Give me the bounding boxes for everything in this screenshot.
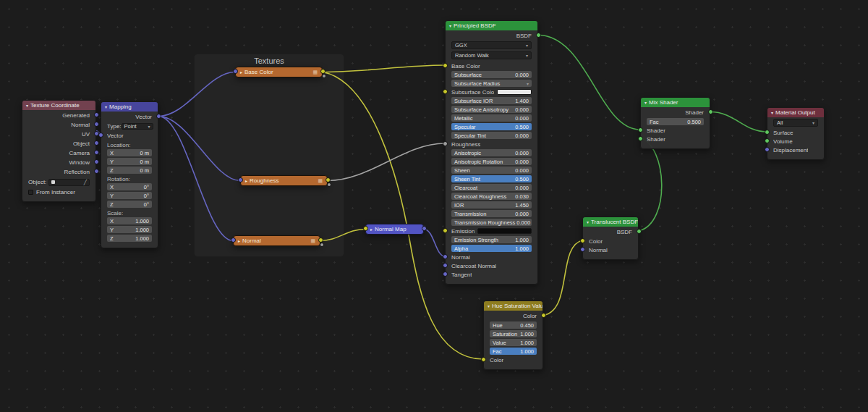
- socket-color-out[interactable]: [320, 69, 326, 74]
- node-header[interactable]: Hue Saturation Value: [484, 301, 542, 311]
- node-editor-canvas[interactable]: { "canvas": { "width": 1200, "height": 5…: [0, 0, 868, 412]
- expand-icon[interactable]: [245, 177, 247, 184]
- socket-alpha-out[interactable]: [327, 182, 331, 187]
- slider-saturation[interactable]: Saturation1.000: [490, 330, 537, 337]
- socket-clearcoat-normal-in[interactable]: [443, 263, 448, 268]
- node-header[interactable]: Mapping: [101, 102, 158, 112]
- slider-fac[interactable]: Fac1.000: [490, 348, 537, 355]
- socket-shader2-in[interactable]: [638, 136, 643, 141]
- slider-transmission[interactable]: Transmission0.000: [451, 210, 532, 217]
- socket-volume-in[interactable]: [765, 138, 770, 143]
- slider-value[interactable]: Value1.000: [490, 339, 537, 346]
- type-dropdown[interactable]: Point: [122, 123, 153, 130]
- field-subsurface-radius[interactable]: Subsurface Radius: [451, 80, 532, 87]
- expand-icon[interactable]: [238, 237, 240, 244]
- socket-base-color-in[interactable]: [443, 63, 448, 68]
- from-instancer-checkbox[interactable]: [28, 190, 33, 195]
- socket-vector-in[interactable]: [233, 69, 238, 74]
- slider-fac[interactable]: Fac0.500: [647, 118, 704, 125]
- location-z-field[interactable]: Z0 m: [107, 167, 152, 174]
- collapse-icon[interactable]: [488, 303, 490, 309]
- slider-sheen[interactable]: Sheen0.000: [451, 167, 532, 174]
- node-header[interactable]: Mix Shader: [641, 98, 710, 107]
- slider-subsurface[interactable]: Subsurface0.000: [451, 71, 532, 78]
- emission-color-swatch[interactable]: [477, 228, 532, 234]
- node-normal-texture[interactable]: Normal: [233, 235, 320, 246]
- location-x-field[interactable]: X0 m: [107, 149, 152, 156]
- slider-alpha[interactable]: Alpha1.000: [451, 245, 532, 252]
- node-material-output[interactable]: Material Output All Surface Volume Displ…: [767, 107, 825, 160]
- socket-color-out[interactable]: [326, 177, 331, 182]
- socket-roughness-in[interactable]: [443, 141, 448, 146]
- slider-subsurface-anisotropy[interactable]: Subsurface Anisotropy0.000: [451, 106, 532, 113]
- node-header[interactable]: Translucent BSDF: [583, 217, 638, 227]
- node-normal-map[interactable]: Normal Map: [365, 224, 424, 235]
- node-principled-bsdf[interactable]: Principled BSDF BSDF GGX Random Walk Bas…: [445, 20, 538, 285]
- rotation-x-field[interactable]: X0°: [107, 183, 152, 190]
- slider-clearcoat-roughness[interactable]: Clearcoat Roughness0.030: [451, 193, 532, 200]
- socket-color-in[interactable]: [363, 226, 368, 231]
- socket-emission-in[interactable]: [443, 228, 448, 233]
- rotation-y-field[interactable]: Y0°: [107, 192, 152, 199]
- slider-anisotropic[interactable]: Anisotropic0.000: [451, 149, 532, 156]
- socket-vector-out[interactable]: [156, 114, 161, 119]
- node-mix-shader[interactable]: Mix Shader Shader Fac0.500 Shader Shader: [640, 97, 710, 149]
- node-hue-saturation-value[interactable]: Hue Saturation Value Color Hue0.450 Satu…: [483, 300, 543, 370]
- scale-x-field[interactable]: X1.000: [107, 217, 152, 224]
- slider-metallic[interactable]: Metallic0.000: [451, 114, 532, 122]
- node-translucent-bsdf[interactable]: Translucent BSDF BSDF Color Normal: [582, 216, 639, 260]
- socket-alpha-out[interactable]: [320, 243, 324, 247]
- scale-z-field[interactable]: Z1.000: [107, 235, 152, 242]
- expand-icon[interactable]: [370, 226, 373, 232]
- slider-hue[interactable]: Hue0.450: [490, 321, 537, 329]
- socket-camera-out[interactable]: [94, 150, 99, 155]
- socket-normal-in[interactable]: [580, 247, 585, 252]
- target-dropdown[interactable]: All: [773, 119, 818, 127]
- scale-y-field[interactable]: Y1.000: [107, 226, 152, 233]
- slider-subsurface-ior[interactable]: Subsurface IOR1.400: [451, 97, 532, 104]
- object-picker[interactable]: [48, 179, 90, 186]
- socket-color-out[interactable]: [318, 237, 323, 243]
- socket-normal-out[interactable]: [94, 122, 99, 127]
- node-mapping[interactable]: Mapping Vector Type: Point Vector Locati…: [101, 101, 158, 248]
- eyedropper-icon[interactable]: [84, 179, 87, 185]
- socket-color-in[interactable]: [580, 238, 585, 243]
- expand-icon[interactable]: [240, 69, 242, 75]
- socket-shader1-in[interactable]: [638, 127, 643, 133]
- slider-emission-strength[interactable]: Emission Strength1.000: [451, 236, 532, 243]
- collapse-icon[interactable]: [449, 22, 451, 29]
- socket-vector-in[interactable]: [238, 177, 243, 182]
- socket-color-out[interactable]: [541, 313, 546, 318]
- slider-sheen-tint[interactable]: Sheen Tint0.500: [451, 175, 532, 182]
- node-roughness-texture[interactable]: Roughness: [240, 175, 328, 186]
- socket-color-in[interactable]: [481, 357, 486, 362]
- socket-normal-out[interactable]: [422, 226, 427, 231]
- node-base-color-texture[interactable]: Base Color: [235, 67, 323, 77]
- socket-alpha-out[interactable]: [322, 74, 326, 78]
- socket-normal-in[interactable]: [443, 254, 448, 259]
- socket-bsdf-out[interactable]: [536, 33, 541, 38]
- socket-bsdf-out[interactable]: [637, 229, 642, 234]
- slider-ior[interactable]: IOR1.450: [451, 201, 532, 209]
- socket-object-out[interactable]: [94, 140, 99, 146]
- socket-subsurface-color-in[interactable]: [443, 89, 448, 94]
- socket-generated-out[interactable]: [94, 112, 99, 117]
- rotation-z-field[interactable]: Z0°: [107, 201, 152, 208]
- socket-shader-out[interactable]: [708, 109, 713, 114]
- socket-displacement-in[interactable]: [765, 147, 770, 152]
- node-header[interactable]: Material Output: [767, 108, 824, 117]
- socket-vector-in[interactable]: [98, 133, 103, 138]
- collapse-icon[interactable]: [26, 102, 28, 109]
- subsurface-method-dropdown[interactable]: Random Walk: [451, 51, 532, 59]
- location-y-field[interactable]: Y0 m: [107, 158, 152, 165]
- socket-tangent-in[interactable]: [443, 272, 448, 277]
- distribution-dropdown[interactable]: GGX: [451, 41, 532, 49]
- node-texture-coordinate[interactable]: Texture Coordinate Generated Normal UV O…: [22, 100, 96, 202]
- socket-surface-in[interactable]: [765, 130, 770, 135]
- socket-vector-in[interactable]: [231, 237, 236, 243]
- subsurface-color-swatch[interactable]: [497, 89, 532, 95]
- slider-transmission-roughness[interactable]: Transmission Roughness0.000: [451, 219, 532, 226]
- socket-reflection-out[interactable]: [94, 169, 99, 174]
- slider-anisotropic-rotation[interactable]: Anisotropic Rotation0.000: [451, 158, 532, 165]
- collapse-icon[interactable]: [771, 109, 773, 116]
